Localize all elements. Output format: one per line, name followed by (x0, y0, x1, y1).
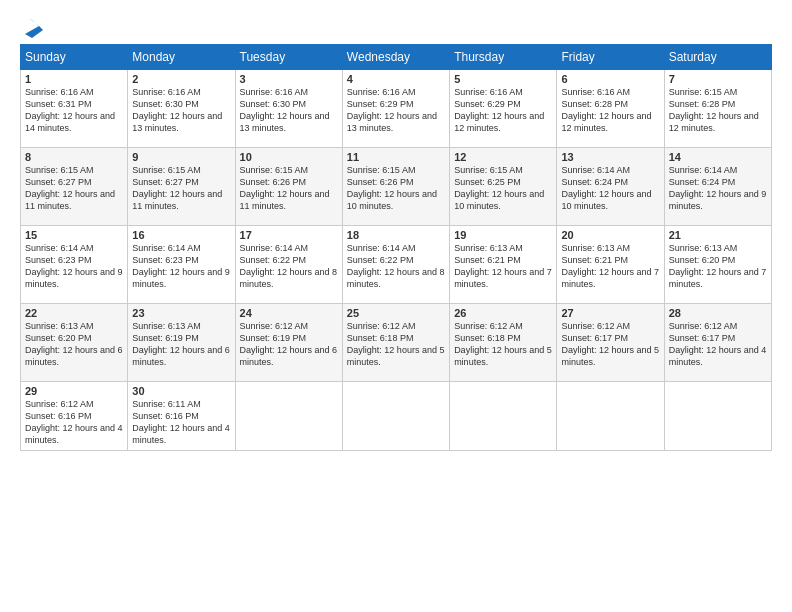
calendar-week-1: 1Sunrise: 6:16 AMSunset: 6:31 PMDaylight… (21, 70, 772, 148)
page: SundayMondayTuesdayWednesdayThursdayFrid… (0, 0, 792, 612)
logo-text (20, 16, 44, 38)
day-number: 11 (347, 151, 445, 163)
day-number: 12 (454, 151, 552, 163)
day-info: Sunrise: 6:14 AMSunset: 6:23 PMDaylight:… (25, 242, 123, 291)
calendar-cell: 15Sunrise: 6:14 AMSunset: 6:23 PMDayligh… (21, 226, 128, 304)
calendar-week-4: 22Sunrise: 6:13 AMSunset: 6:20 PMDayligh… (21, 304, 772, 382)
day-number: 4 (347, 73, 445, 85)
calendar-cell: 30Sunrise: 6:11 AMSunset: 6:16 PMDayligh… (128, 382, 235, 451)
day-info: Sunrise: 6:15 AMSunset: 6:26 PMDaylight:… (240, 164, 338, 213)
calendar-cell: 29Sunrise: 6:12 AMSunset: 6:16 PMDayligh… (21, 382, 128, 451)
calendar-cell: 12Sunrise: 6:15 AMSunset: 6:25 PMDayligh… (450, 148, 557, 226)
day-number: 20 (561, 229, 659, 241)
day-info: Sunrise: 6:12 AMSunset: 6:18 PMDaylight:… (454, 320, 552, 369)
calendar-cell: 9Sunrise: 6:15 AMSunset: 6:27 PMDaylight… (128, 148, 235, 226)
calendar-week-2: 8Sunrise: 6:15 AMSunset: 6:27 PMDaylight… (21, 148, 772, 226)
calendar-header-tuesday: Tuesday (235, 45, 342, 70)
calendar-cell: 5Sunrise: 6:16 AMSunset: 6:29 PMDaylight… (450, 70, 557, 148)
calendar-header-row: SundayMondayTuesdayWednesdayThursdayFrid… (21, 45, 772, 70)
calendar-cell: 4Sunrise: 6:16 AMSunset: 6:29 PMDaylight… (342, 70, 449, 148)
calendar-cell: 20Sunrise: 6:13 AMSunset: 6:21 PMDayligh… (557, 226, 664, 304)
calendar-cell: 13Sunrise: 6:14 AMSunset: 6:24 PMDayligh… (557, 148, 664, 226)
day-number: 30 (132, 385, 230, 397)
calendar-cell: 16Sunrise: 6:14 AMSunset: 6:23 PMDayligh… (128, 226, 235, 304)
day-info: Sunrise: 6:13 AMSunset: 6:21 PMDaylight:… (454, 242, 552, 291)
logo (20, 16, 44, 38)
day-info: Sunrise: 6:12 AMSunset: 6:17 PMDaylight:… (669, 320, 767, 369)
day-info: Sunrise: 6:11 AMSunset: 6:16 PMDaylight:… (132, 398, 230, 447)
calendar-cell: 27Sunrise: 6:12 AMSunset: 6:17 PMDayligh… (557, 304, 664, 382)
day-number: 27 (561, 307, 659, 319)
calendar-cell: 11Sunrise: 6:15 AMSunset: 6:26 PMDayligh… (342, 148, 449, 226)
logo-icon (21, 16, 43, 38)
calendar-cell (450, 382, 557, 451)
day-number: 14 (669, 151, 767, 163)
calendar-cell: 7Sunrise: 6:15 AMSunset: 6:28 PMDaylight… (664, 70, 771, 148)
day-info: Sunrise: 6:15 AMSunset: 6:28 PMDaylight:… (669, 86, 767, 135)
calendar-week-5: 29Sunrise: 6:12 AMSunset: 6:16 PMDayligh… (21, 382, 772, 451)
calendar-cell: 22Sunrise: 6:13 AMSunset: 6:20 PMDayligh… (21, 304, 128, 382)
day-info: Sunrise: 6:16 AMSunset: 6:31 PMDaylight:… (25, 86, 123, 135)
day-number: 23 (132, 307, 230, 319)
calendar-cell: 25Sunrise: 6:12 AMSunset: 6:18 PMDayligh… (342, 304, 449, 382)
calendar-cell (235, 382, 342, 451)
day-info: Sunrise: 6:13 AMSunset: 6:20 PMDaylight:… (25, 320, 123, 369)
day-info: Sunrise: 6:15 AMSunset: 6:27 PMDaylight:… (132, 164, 230, 213)
calendar-cell: 18Sunrise: 6:14 AMSunset: 6:22 PMDayligh… (342, 226, 449, 304)
day-number: 21 (669, 229, 767, 241)
calendar-cell: 24Sunrise: 6:12 AMSunset: 6:19 PMDayligh… (235, 304, 342, 382)
calendar-cell: 3Sunrise: 6:16 AMSunset: 6:30 PMDaylight… (235, 70, 342, 148)
day-number: 19 (454, 229, 552, 241)
day-info: Sunrise: 6:15 AMSunset: 6:26 PMDaylight:… (347, 164, 445, 213)
day-number: 10 (240, 151, 338, 163)
day-number: 7 (669, 73, 767, 85)
calendar-cell: 26Sunrise: 6:12 AMSunset: 6:18 PMDayligh… (450, 304, 557, 382)
day-number: 15 (25, 229, 123, 241)
day-info: Sunrise: 6:12 AMSunset: 6:18 PMDaylight:… (347, 320, 445, 369)
header (20, 16, 772, 38)
day-info: Sunrise: 6:13 AMSunset: 6:19 PMDaylight:… (132, 320, 230, 369)
day-info: Sunrise: 6:14 AMSunset: 6:24 PMDaylight:… (669, 164, 767, 213)
day-number: 3 (240, 73, 338, 85)
day-info: Sunrise: 6:15 AMSunset: 6:27 PMDaylight:… (25, 164, 123, 213)
day-info: Sunrise: 6:16 AMSunset: 6:28 PMDaylight:… (561, 86, 659, 135)
day-number: 13 (561, 151, 659, 163)
day-number: 22 (25, 307, 123, 319)
calendar-week-3: 15Sunrise: 6:14 AMSunset: 6:23 PMDayligh… (21, 226, 772, 304)
calendar-table: SundayMondayTuesdayWednesdayThursdayFrid… (20, 44, 772, 451)
calendar-cell: 23Sunrise: 6:13 AMSunset: 6:19 PMDayligh… (128, 304, 235, 382)
day-number: 17 (240, 229, 338, 241)
calendar-cell (557, 382, 664, 451)
day-info: Sunrise: 6:14 AMSunset: 6:22 PMDaylight:… (347, 242, 445, 291)
calendar-cell: 19Sunrise: 6:13 AMSunset: 6:21 PMDayligh… (450, 226, 557, 304)
day-info: Sunrise: 6:12 AMSunset: 6:19 PMDaylight:… (240, 320, 338, 369)
calendar-header-sunday: Sunday (21, 45, 128, 70)
day-number: 1 (25, 73, 123, 85)
calendar-header-thursday: Thursday (450, 45, 557, 70)
day-info: Sunrise: 6:16 AMSunset: 6:29 PMDaylight:… (454, 86, 552, 135)
calendar-cell: 21Sunrise: 6:13 AMSunset: 6:20 PMDayligh… (664, 226, 771, 304)
day-number: 29 (25, 385, 123, 397)
day-number: 6 (561, 73, 659, 85)
calendar-cell: 10Sunrise: 6:15 AMSunset: 6:26 PMDayligh… (235, 148, 342, 226)
day-info: Sunrise: 6:14 AMSunset: 6:24 PMDaylight:… (561, 164, 659, 213)
day-info: Sunrise: 6:14 AMSunset: 6:22 PMDaylight:… (240, 242, 338, 291)
day-info: Sunrise: 6:16 AMSunset: 6:30 PMDaylight:… (240, 86, 338, 135)
calendar-cell: 2Sunrise: 6:16 AMSunset: 6:30 PMDaylight… (128, 70, 235, 148)
day-info: Sunrise: 6:12 AMSunset: 6:16 PMDaylight:… (25, 398, 123, 447)
calendar-header-friday: Friday (557, 45, 664, 70)
day-info: Sunrise: 6:14 AMSunset: 6:23 PMDaylight:… (132, 242, 230, 291)
day-number: 8 (25, 151, 123, 163)
calendar-cell: 1Sunrise: 6:16 AMSunset: 6:31 PMDaylight… (21, 70, 128, 148)
calendar-cell: 17Sunrise: 6:14 AMSunset: 6:22 PMDayligh… (235, 226, 342, 304)
day-info: Sunrise: 6:16 AMSunset: 6:29 PMDaylight:… (347, 86, 445, 135)
calendar-cell (342, 382, 449, 451)
calendar-cell (664, 382, 771, 451)
calendar-cell: 6Sunrise: 6:16 AMSunset: 6:28 PMDaylight… (557, 70, 664, 148)
day-number: 26 (454, 307, 552, 319)
day-number: 24 (240, 307, 338, 319)
day-number: 28 (669, 307, 767, 319)
day-info: Sunrise: 6:16 AMSunset: 6:30 PMDaylight:… (132, 86, 230, 135)
day-number: 18 (347, 229, 445, 241)
calendar-cell: 28Sunrise: 6:12 AMSunset: 6:17 PMDayligh… (664, 304, 771, 382)
